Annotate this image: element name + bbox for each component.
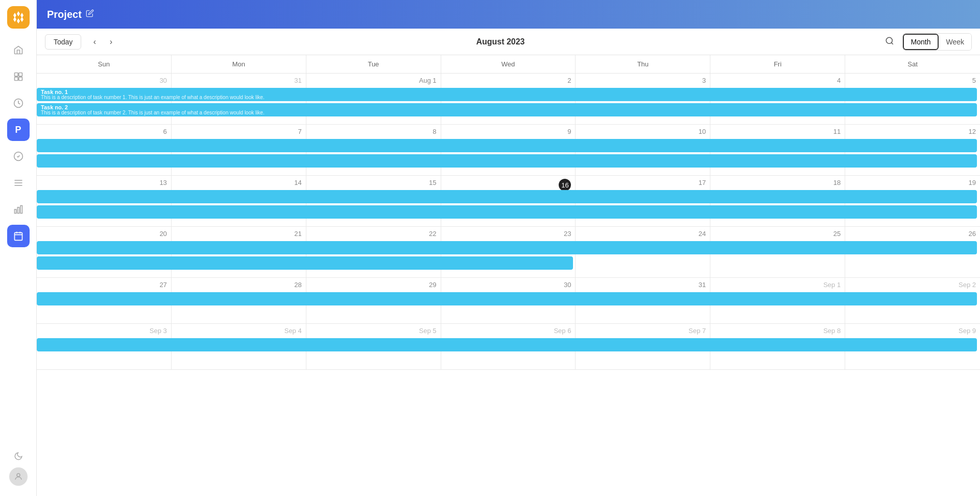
week-row-3: 20212223242526	[37, 227, 980, 278]
sidebar-item-calendar[interactable]	[7, 225, 30, 247]
day-number: 30	[41, 77, 167, 84]
day-number: Sep 5	[310, 327, 437, 335]
day-number: 19	[849, 179, 976, 186]
day-number: Aug 1	[310, 77, 437, 84]
day-header-wed: Wed	[441, 55, 576, 73]
event-bar-w4-e0[interactable]	[37, 292, 977, 305]
week-view-button[interactable]: Week	[939, 34, 971, 50]
sidebar-item-tasks[interactable]	[7, 145, 30, 168]
day-number: 8	[310, 128, 437, 135]
today-button[interactable]: Today	[45, 34, 81, 50]
day-number: 29	[310, 281, 437, 289]
svg-marker-3	[17, 18, 20, 23]
svg-rect-15	[14, 209, 16, 214]
day-number: Sep 6	[445, 327, 571, 335]
day-number: Sep 8	[714, 327, 841, 335]
event-bar-w1-e0[interactable]	[37, 139, 977, 152]
event-desc: This is a description of task number 2. …	[41, 110, 973, 115]
svg-point-23	[886, 37, 892, 43]
next-arrow-button[interactable]: ›	[104, 35, 118, 49]
day-number: 15	[310, 179, 437, 186]
day-header-mon: Mon	[172, 55, 306, 73]
day-number: 12	[849, 128, 976, 135]
day-number: Sep 4	[176, 327, 302, 335]
view-toggle: Month Week	[902, 33, 972, 51]
svg-rect-9	[18, 77, 22, 81]
day-number: 18	[714, 179, 841, 186]
day-number: 17	[580, 179, 706, 186]
week-row-4: 2728293031Sep 1Sep 2	[37, 278, 980, 324]
page-title: Project	[47, 9, 82, 20]
sidebar-nav: P	[7, 39, 30, 445]
sidebar-avatar[interactable]	[9, 467, 28, 486]
day-number: 28	[176, 281, 302, 289]
sidebar-item-project-badge[interactable]: P	[7, 119, 30, 141]
day-number: 6	[41, 128, 167, 135]
svg-rect-16	[17, 207, 19, 214]
nav-arrows: ‹ ›	[87, 35, 118, 49]
event-title: Task no. 2	[41, 104, 973, 110]
sidebar-item-pages[interactable]	[7, 65, 30, 88]
event-bar-w0-e1[interactable]: Task no. 2This is a description of task …	[37, 103, 977, 116]
event-bar-w1-e1[interactable]	[37, 154, 977, 168]
calendar-grid: SunMonTueWedThuFriSat 3031Aug 12345Task …	[37, 55, 980, 496]
week-row-1: 6789101112	[37, 125, 980, 176]
svg-point-22	[17, 474, 20, 477]
day-number: 13	[41, 179, 167, 186]
day-number: 23	[445, 230, 571, 238]
sidebar: P	[0, 0, 37, 496]
event-bar-w0-e0[interactable]: Task no. 1This is a description of task …	[37, 88, 977, 101]
prev-arrow-button[interactable]: ‹	[87, 35, 102, 49]
day-number: 11	[714, 128, 841, 135]
day-number: Sep 2	[849, 281, 976, 289]
sidebar-item-list[interactable]	[7, 172, 30, 194]
svg-rect-6	[14, 73, 18, 77]
day-number: Sep 9	[849, 327, 976, 335]
week-row-0: 3031Aug 12345Task no. 1This is a descrip…	[37, 74, 980, 125]
day-number: 4	[714, 77, 841, 84]
day-number: Sep 7	[580, 327, 706, 335]
svg-rect-8	[14, 77, 18, 81]
day-number: 31	[176, 77, 302, 84]
main-content: Project Today ‹ › August 2023 Month Week…	[37, 0, 980, 496]
day-header-tue: Tue	[306, 55, 441, 73]
week-row-2: 13141516171819	[37, 176, 980, 227]
day-number: 27	[41, 281, 167, 289]
event-title: Task no. 1	[41, 89, 973, 95]
svg-line-24	[891, 42, 893, 44]
day-number: 7	[176, 128, 302, 135]
event-bar-w3-e0[interactable]	[37, 241, 977, 254]
day-number: Sep 3	[41, 327, 167, 335]
event-bar-w5-e0[interactable]	[37, 338, 977, 351]
day-header-fri: Fri	[710, 55, 845, 73]
day-number: 25	[714, 230, 841, 238]
day-number: 9	[445, 128, 571, 135]
event-bar-w2-e0[interactable]	[37, 190, 977, 203]
sidebar-item-home[interactable]	[7, 39, 30, 61]
month-view-button[interactable]: Month	[903, 34, 939, 50]
sidebar-item-project[interactable]	[7, 92, 30, 114]
svg-rect-18	[14, 232, 22, 240]
event-desc: This is a description of task number 1. …	[41, 95, 973, 100]
search-button[interactable]	[883, 34, 896, 49]
day-number: Sep 1	[714, 281, 841, 289]
sidebar-item-chart[interactable]	[7, 198, 30, 221]
day-number: 14	[176, 179, 302, 186]
day-number: 2	[445, 77, 571, 84]
calendar-toolbar: Today ‹ › August 2023 Month Week	[37, 29, 980, 55]
day-number: 31	[580, 281, 706, 289]
sidebar-item-moon[interactable]	[7, 445, 30, 467]
day-number: 20	[41, 230, 167, 238]
svg-marker-4	[13, 17, 16, 22]
svg-rect-17	[20, 206, 22, 214]
svg-marker-5	[20, 17, 23, 22]
event-bar-w3-e1[interactable]	[37, 256, 573, 270]
day-number: 21	[176, 230, 302, 238]
calendar-header-row: SunMonTueWedThuFriSat	[37, 55, 980, 74]
month-label: August 2023	[124, 37, 876, 46]
app-logo[interactable]	[7, 6, 30, 29]
event-bar-w2-e1[interactable]	[37, 205, 977, 219]
edit-icon[interactable]	[86, 9, 94, 19]
day-number: 30	[445, 281, 571, 289]
day-number: 24	[580, 230, 706, 238]
